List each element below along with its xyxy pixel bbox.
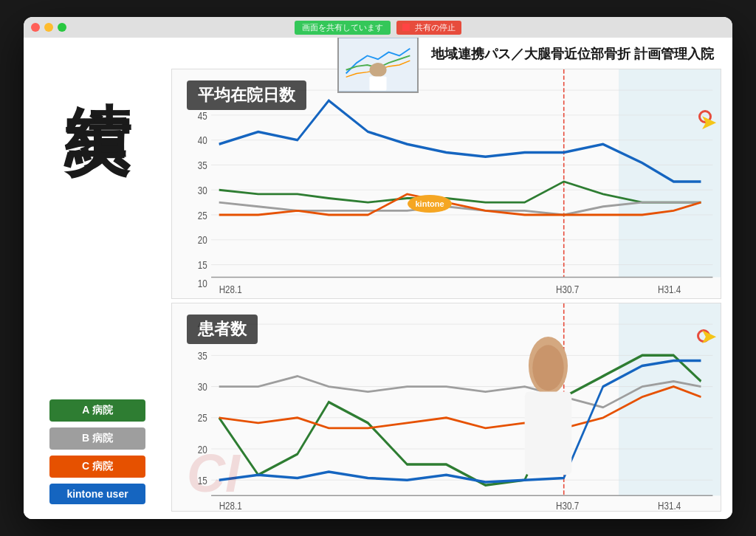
video-preview	[337, 38, 419, 93]
svg-text:25: 25	[198, 209, 207, 221]
svg-text:20: 20	[198, 234, 207, 247]
ci-watermark: CI	[187, 443, 240, 504]
chart-title: 地域連携パス／大腿骨近位部骨折 計画管理入院	[171, 45, 721, 63]
kintone-badge: kintone	[408, 195, 451, 213]
legend-items: A 病院 B 病院 C 病院 kintone user	[49, 399, 145, 504]
legend-a-hospital: A 病院	[49, 399, 145, 422]
bottom-chart: 患者数 CI ➤	[171, 303, 721, 512]
close-button[interactable]	[31, 23, 40, 32]
svg-text:30: 30	[198, 184, 207, 196]
top-chart-yellow-arrow: ➤	[700, 110, 717, 134]
svg-text:45: 45	[198, 109, 207, 122]
svg-rect-2	[369, 76, 386, 90]
legend-kintone-user: kintone user	[49, 484, 145, 504]
mac-window: 画面を共有しています 共有の停止	[24, 17, 732, 519]
top-chart: 平均在院日数 ➤ kintone	[171, 69, 721, 299]
svg-point-1	[369, 63, 386, 77]
share-bar: 画面を共有しています 共有の停止	[295, 21, 461, 35]
svg-text:15: 15	[198, 259, 207, 272]
svg-rect-47	[525, 391, 572, 475]
legend-b-hospital: B 病院	[49, 427, 145, 450]
bottom-chart-label: 患者数	[187, 315, 258, 344]
right-panel: 地域連携パス／大腿骨近位部骨折 計画管理入院 平均在院日数 ➤ kintone	[171, 38, 732, 519]
maximize-button[interactable]	[58, 23, 66, 32]
svg-text:35: 35	[198, 159, 207, 172]
content-area: 実績 A 病院 B 病院 C 病院 kintone user 地域連携パス／大腿…	[24, 38, 732, 519]
svg-point-48	[532, 345, 563, 391]
preview-chart	[339, 38, 417, 92]
top-chart-label: 平均在院日数	[187, 80, 306, 110]
legend-c-hospital: C 病院	[49, 456, 145, 478]
svg-text:25: 25	[198, 411, 207, 424]
svg-text:40: 40	[198, 134, 207, 147]
main-layout: 実績 A 病院 B 病院 C 病院 kintone user 地域連携パス／大腿…	[24, 38, 732, 519]
minimize-button[interactable]	[44, 23, 53, 32]
traffic-lights	[31, 23, 66, 32]
left-panel: 実績 A 病院 B 病院 C 病院 kintone user	[24, 38, 171, 519]
svg-text:35: 35	[198, 349, 207, 362]
titlebar: 画面を共有しています 共有の停止	[24, 17, 732, 38]
svg-text:10: 10	[198, 278, 207, 290]
svg-text:30: 30	[198, 380, 207, 393]
svg-rect-4	[619, 69, 721, 277]
stop-icon	[402, 24, 410, 31]
charts-container: 平均在院日数 ➤ kintone	[171, 69, 721, 512]
video-placeholder	[339, 38, 417, 92]
bottom-chart-yellow-arrow: ➤	[700, 324, 717, 348]
svg-text:H30.7: H30.7	[556, 283, 579, 295]
share-label: 画面を共有しています	[295, 21, 391, 35]
stop-share-button[interactable]: 共有の停止	[396, 21, 461, 35]
svg-text:H31.4: H31.4	[658, 283, 681, 295]
svg-text:H31.4: H31.4	[658, 499, 681, 511]
svg-text:H30.7: H30.7	[556, 499, 579, 511]
svg-text:H28.1: H28.1	[219, 283, 242, 295]
